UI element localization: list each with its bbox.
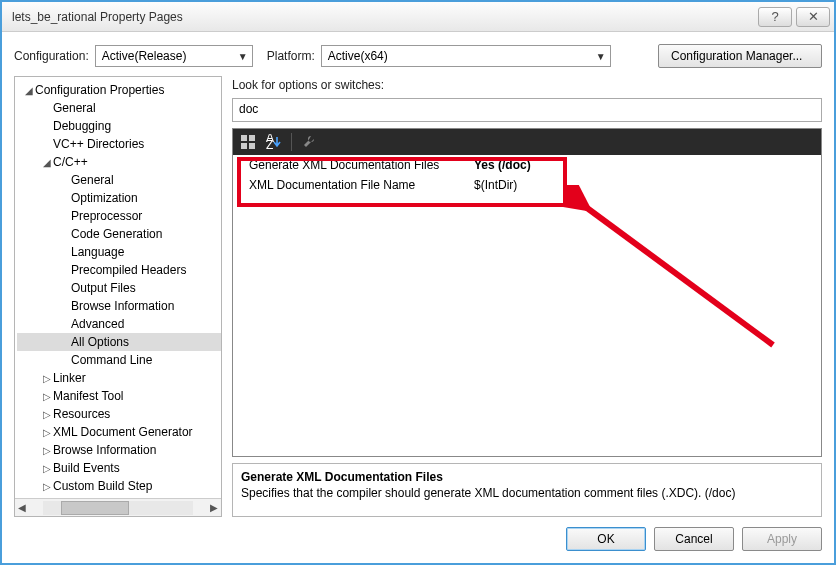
tree-item[interactable]: General <box>17 99 221 117</box>
tree-label: XML Document Generator <box>53 425 193 439</box>
platform-label: Platform: <box>267 49 315 63</box>
tree-label: Build Events <box>53 461 120 475</box>
property-name: Generate XML Documentation Files <box>249 158 474 172</box>
chevron-down-icon: ▼ <box>590 51 606 62</box>
expand-icon: ▷ <box>41 427 53 438</box>
tree-label: Precompiled Headers <box>71 263 186 277</box>
property-grid: AZ Generate XML Documentation FilesYes (… <box>232 128 822 457</box>
tree-item[interactable]: Code Generation <box>17 225 221 243</box>
tree-item[interactable]: VC++ Directories <box>17 135 221 153</box>
scroll-right-icon[interactable]: ▶ <box>207 502 221 513</box>
svg-rect-2 <box>241 143 247 149</box>
search-input[interactable] <box>239 102 815 116</box>
tree-item[interactable]: Command Line <box>17 351 221 369</box>
tree-item[interactable]: Precompiled Headers <box>17 261 221 279</box>
tree-label: Output Files <box>71 281 136 295</box>
tree-label: Manifest Tool <box>53 389 123 403</box>
tree-label: Custom Build Step <box>53 479 152 493</box>
tree-item[interactable]: Browse Information <box>17 297 221 315</box>
tree-item[interactable]: Optimization <box>17 189 221 207</box>
svg-text:Z: Z <box>266 138 273 150</box>
property-value: $(IntDir) <box>474 178 517 192</box>
svg-line-6 <box>583 205 773 345</box>
tree[interactable]: ◢Configuration PropertiesGeneralDebuggin… <box>15 77 221 498</box>
svg-rect-1 <box>249 135 255 141</box>
expand-icon: ▷ <box>41 409 53 420</box>
tree-item[interactable]: General <box>17 171 221 189</box>
chevron-down-icon: ▼ <box>232 51 248 62</box>
titlebar: lets_be_rational Property Pages ? ✕ <box>2 2 834 32</box>
description-text: Specifies that the compiler should gener… <box>241 486 813 500</box>
apply-button[interactable]: Apply <box>742 527 822 551</box>
tree-root[interactable]: ◢Configuration Properties <box>17 81 221 99</box>
platform-combo[interactable]: Active(x64) ▼ <box>321 45 611 67</box>
configuration-combo[interactable]: Active(Release) ▼ <box>95 45 253 67</box>
tree-label: C/C++ <box>53 155 88 169</box>
grid-toolbar: AZ <box>233 129 821 155</box>
alphabetical-icon[interactable]: AZ <box>265 133 283 151</box>
description-title: Generate XML Documentation Files <box>241 470 813 484</box>
tree-label: Preprocessor <box>71 209 142 223</box>
tree-item[interactable]: ▷Custom Build Step <box>17 477 221 495</box>
tree-item[interactable]: All Options <box>17 333 221 351</box>
window-buttons: ? ✕ <box>758 7 830 27</box>
grid-row[interactable]: XML Documentation File Name$(IntDir) <box>233 175 821 195</box>
tree-item[interactable]: Output Files <box>17 279 221 297</box>
tree-item[interactable]: Advanced <box>17 315 221 333</box>
tree-item[interactable]: Debugging <box>17 117 221 135</box>
expand-icon: ▷ <box>41 391 53 402</box>
tree-item[interactable]: Language <box>17 243 221 261</box>
annotation-arrow <box>563 185 803 375</box>
search-input-wrap <box>232 98 822 122</box>
tree-label: General <box>53 101 96 115</box>
tree-label: Configuration Properties <box>35 83 164 97</box>
close-button[interactable]: ✕ <box>796 7 830 27</box>
tree-label: VC++ Directories <box>53 137 144 151</box>
expand-icon: ▷ <box>41 463 53 474</box>
tree-label: Browse Information <box>53 443 156 457</box>
ok-button[interactable]: OK <box>566 527 646 551</box>
property-value: Yes (/doc) <box>474 158 531 172</box>
collapse-icon: ◢ <box>23 85 35 96</box>
tree-item[interactable]: ▷Linker <box>17 369 221 387</box>
svg-rect-0 <box>241 135 247 141</box>
dialog-footer: OK Cancel Apply <box>2 517 834 561</box>
tree-label: Code Generation <box>71 227 162 241</box>
wrench-icon[interactable] <box>300 133 318 151</box>
help-button[interactable]: ? <box>758 7 792 27</box>
description-panel: Generate XML Documentation Files Specifi… <box>232 463 822 517</box>
platform-value: Active(x64) <box>328 49 388 63</box>
tree-item[interactable]: ▷Build Events <box>17 459 221 477</box>
property-name: XML Documentation File Name <box>249 178 474 192</box>
configuration-value: Active(Release) <box>102 49 187 63</box>
categorized-icon[interactable] <box>239 133 257 151</box>
scroll-track[interactable] <box>43 501 193 515</box>
expand-icon: ▷ <box>41 445 53 456</box>
grid-row[interactable]: Generate XML Documentation FilesYes (/do… <box>233 155 821 175</box>
cancel-button[interactable]: Cancel <box>654 527 734 551</box>
expand-icon: ▷ <box>41 481 53 492</box>
tree-item[interactable]: ▷Browse Information <box>17 441 221 459</box>
search-label: Look for options or switches: <box>232 78 822 92</box>
scroll-thumb[interactable] <box>61 501 129 515</box>
configuration-label: Configuration: <box>14 49 89 63</box>
tree-item[interactable]: ▷XML Document Generator <box>17 423 221 441</box>
configuration-manager-button[interactable]: Configuration Manager... <box>658 44 822 68</box>
tree-label: Resources <box>53 407 110 421</box>
tree-item[interactable]: ▷Resources <box>17 405 221 423</box>
tree-label: Linker <box>53 371 86 385</box>
collapse-icon: ◢ <box>41 157 53 168</box>
tree-label: Command Line <box>71 353 152 367</box>
scroll-left-icon[interactable]: ◀ <box>15 502 29 513</box>
tree-item[interactable]: ▷Manifest Tool <box>17 387 221 405</box>
svg-rect-3 <box>249 143 255 149</box>
tree-item[interactable]: ◢C/C++ <box>17 153 221 171</box>
tree-label: All Options <box>71 335 129 349</box>
tree-item[interactable]: Preprocessor <box>17 207 221 225</box>
expand-icon: ▷ <box>41 373 53 384</box>
tree-label: Browse Information <box>71 299 174 313</box>
tree-panel: ◢Configuration PropertiesGeneralDebuggin… <box>14 76 222 517</box>
tree-hscrollbar[interactable]: ◀ ▶ <box>15 498 221 516</box>
tree-label: General <box>71 173 114 187</box>
grid-body[interactable]: Generate XML Documentation FilesYes (/do… <box>233 155 821 456</box>
